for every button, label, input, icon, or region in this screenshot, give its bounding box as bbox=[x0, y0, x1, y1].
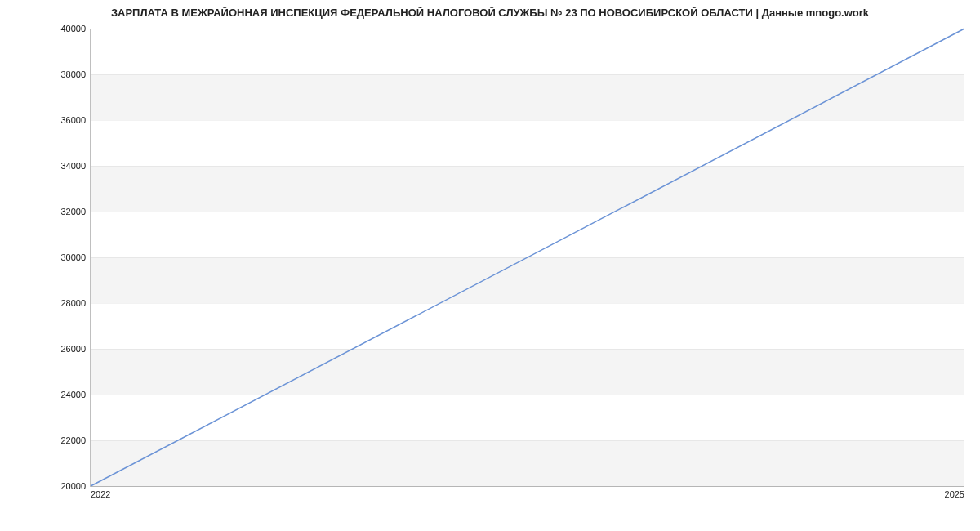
y-tick-label: 36000 bbox=[60, 115, 86, 125]
y-tick-label: 38000 bbox=[60, 69, 86, 79]
plot-area: 2000022000240002600028000300003200034000… bbox=[90, 29, 964, 487]
x-tick-label: 2022 bbox=[91, 489, 110, 499]
chart-title: ЗАРПЛАТА В МЕЖРАЙОННАЯ ИНСПЕКЦИЯ ФЕДЕРАЛ… bbox=[0, 7, 980, 19]
y-tick-label: 28000 bbox=[60, 298, 86, 308]
y-tick-label: 30000 bbox=[60, 252, 86, 262]
chart-container: ЗАРПЛАТА В МЕЖРАЙОННАЯ ИНСПЕКЦИЯ ФЕДЕРАЛ… bbox=[0, 0, 980, 531]
y-tick-label: 34000 bbox=[60, 161, 86, 171]
x-tick-label: 2025 bbox=[945, 489, 964, 499]
series-svg bbox=[91, 29, 964, 486]
y-tick-label: 24000 bbox=[60, 390, 86, 399]
y-tick-label: 40000 bbox=[60, 24, 86, 33]
y-tick-label: 22000 bbox=[60, 435, 86, 445]
y-tick-label: 26000 bbox=[60, 344, 86, 354]
y-tick-label: 32000 bbox=[60, 207, 86, 216]
series-line bbox=[91, 29, 964, 486]
y-tick-label: 20000 bbox=[60, 481, 86, 491]
gridline bbox=[91, 486, 964, 487]
